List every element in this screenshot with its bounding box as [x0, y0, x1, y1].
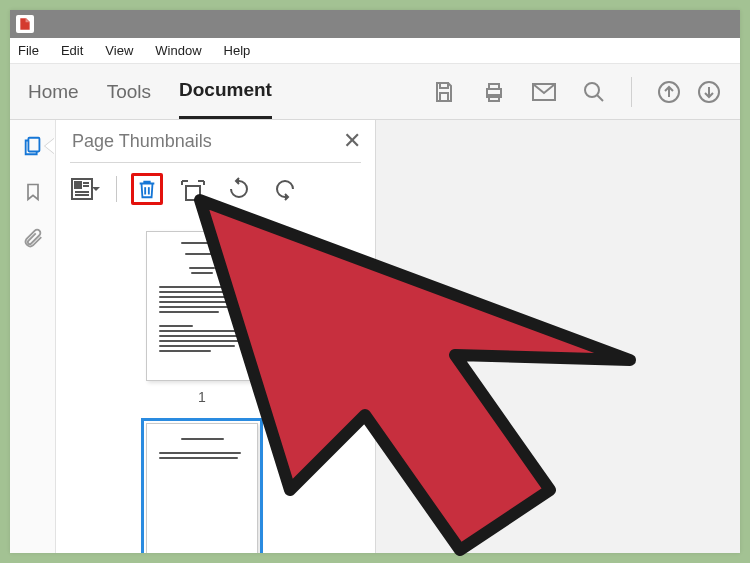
options-icon [71, 178, 101, 200]
panel-title: Page Thumbnails [72, 131, 212, 152]
pdf-icon [18, 17, 32, 31]
tab-tools[interactable]: Tools [107, 64, 151, 119]
toolbar-divider [631, 77, 632, 107]
panel-toolbar [56, 171, 375, 215]
svg-rect-11 [75, 182, 81, 188]
svg-rect-9 [28, 138, 39, 152]
app-icon [16, 15, 34, 33]
upload-icon[interactable] [656, 79, 682, 105]
insert-page-button[interactable] [177, 173, 209, 205]
print-icon[interactable] [481, 79, 507, 105]
menu-file[interactable]: File [18, 43, 39, 58]
search-icon[interactable] [581, 79, 607, 105]
tab-document[interactable]: Document [179, 64, 272, 119]
document-view[interactable] [376, 120, 740, 553]
app-window: File Edit View Window Help Home Tools Do… [10, 10, 740, 553]
insert-page-icon [180, 177, 206, 201]
delete-page-button[interactable] [131, 173, 163, 205]
page-preview [146, 423, 258, 553]
pages-icon [22, 135, 44, 157]
mail-icon[interactable] [531, 79, 557, 105]
panel-options-button[interactable] [70, 173, 102, 205]
rail-attachments[interactable] [21, 226, 45, 250]
menu-edit[interactable]: Edit [61, 43, 83, 58]
page-number-label: 1 [146, 389, 258, 405]
paperclip-icon [22, 227, 44, 249]
rotate-cw-icon [273, 177, 297, 201]
toolbar-icon-group [431, 77, 722, 107]
rotate-ccw-button[interactable] [223, 173, 255, 205]
menubar: File Edit View Window Help [10, 38, 740, 64]
rail-page-thumbnails[interactable] [21, 134, 45, 158]
thumbnails-panel: Page Thumbnails ✕ [56, 120, 376, 553]
menu-window[interactable]: Window [155, 43, 201, 58]
download-icon[interactable] [696, 79, 722, 105]
content-area: Page Thumbnails ✕ [10, 120, 740, 553]
panel-header: Page Thumbnails ✕ [56, 120, 375, 158]
rotate-ccw-icon [227, 177, 251, 201]
trash-icon [136, 177, 158, 201]
menu-view[interactable]: View [105, 43, 133, 58]
save-icon[interactable] [431, 79, 457, 105]
bookmark-icon [23, 181, 43, 203]
panel-divider [70, 162, 361, 163]
panel-close-button[interactable]: ✕ [343, 130, 361, 152]
thumbnail-list: 1 [56, 215, 375, 553]
svg-rect-18 [186, 186, 200, 200]
page-preview [146, 231, 258, 381]
rotate-cw-button[interactable] [269, 173, 301, 205]
svg-rect-0 [440, 83, 448, 88]
main-toolbar: Home Tools Document [10, 64, 740, 120]
page-thumbnail-2[interactable] [146, 423, 258, 553]
menu-help[interactable]: Help [224, 43, 251, 58]
svg-rect-1 [440, 93, 448, 101]
nav-rail [10, 120, 56, 553]
rail-bookmarks[interactable] [21, 180, 45, 204]
svg-rect-3 [489, 84, 499, 89]
panel-toolbar-divider [116, 176, 117, 202]
page-thumbnail-1[interactable]: 1 [146, 231, 258, 405]
titlebar [10, 10, 740, 38]
svg-point-6 [585, 83, 599, 97]
tab-home[interactable]: Home [28, 64, 79, 119]
